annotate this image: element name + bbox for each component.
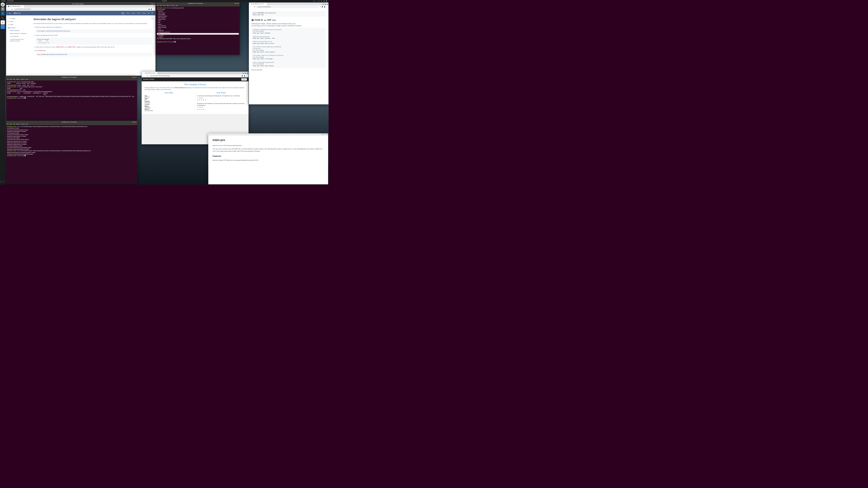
sidebar-item-concepts[interactable]: 📄 Concepts bbox=[7, 17, 29, 20]
close-icon[interactable]: × bbox=[266, 3, 266, 5]
star-icon[interactable]: ☆ bbox=[324, 133, 325, 135]
address-bar[interactable]: 🔒 github.com/alexellis/k3sup bbox=[256, 6, 319, 8]
tray-icon[interactable]: 📺 bbox=[313, 0, 315, 2]
network-icon[interactable]: ⚫ bbox=[318, 0, 320, 2]
code-block[interactable]: $ kubectl get gateway NAME AGE bookinfo-… bbox=[35, 37, 152, 45]
close-button[interactable] bbox=[135, 122, 136, 123]
openfaas-link[interactable]: openfaas bbox=[260, 25, 265, 26]
max-button[interactable] bbox=[324, 4, 326, 5]
volume-icon[interactable]: 🔊 bbox=[323, 0, 325, 2]
profile-icon[interactable]: 👤 bbox=[324, 6, 326, 8]
reload-icon[interactable]: ⟳ bbox=[11, 8, 13, 10]
new-tab-button[interactable]: + bbox=[157, 72, 160, 74]
min-button[interactable] bbox=[150, 3, 151, 4]
code-block[interactable]: export KUBECONFIG=`pwd`/kubeconfig kubec… bbox=[251, 11, 326, 17]
signin-button[interactable]: Sign in bbox=[241, 78, 247, 80]
address-bar[interactable]: 🔒 istio.io/docs/examples/bookinfo/ bbox=[13, 8, 148, 10]
profile-icon[interactable]: 👤 bbox=[151, 8, 152, 10]
back-icon[interactable]: ← bbox=[7, 8, 8, 10]
readme-body[interactable]: export KUBECONFIG=`pwd`/kubeconfig kubec… bbox=[249, 8, 329, 104]
back-icon[interactable]: ← bbox=[143, 75, 144, 76]
new-tab-button[interactable]: + bbox=[24, 6, 27, 8]
code-block[interactable]: $ kubectl apply -f samples/bookinfo/netw… bbox=[35, 29, 152, 33]
window-titlebar[interactable]: alex@alex-nuc8: ~/Downloads bbox=[6, 121, 137, 123]
search-icon[interactable]: 🔍 bbox=[321, 133, 323, 135]
close-icon[interactable]: × bbox=[156, 72, 157, 74]
scroll-top-button[interactable]: ⬆ bbox=[151, 17, 154, 20]
forward-icon[interactable]: → bbox=[252, 6, 253, 8]
back-icon[interactable]: ← bbox=[250, 6, 251, 8]
close-button[interactable] bbox=[154, 3, 155, 4]
clock[interactable]: Tue 15:23 bbox=[162, 0, 167, 2]
these-instructions-link[interactable]: these instructions bbox=[39, 46, 50, 47]
files-icon[interactable]: 🗄 bbox=[1, 7, 5, 11]
terminal-menubar[interactable]: FileEditViewSearchTerminalHelp bbox=[156, 4, 240, 6]
chrome-icon[interactable] bbox=[1, 2, 5, 6]
terminal-output[interactable]: alex@alex-nuc8:~/Downloads$ kubectl appl… bbox=[6, 125, 137, 157]
max-button[interactable] bbox=[152, 3, 153, 4]
browser-tab[interactable]: 🐙 alexellis/k3sup: from Zer… × bbox=[250, 3, 267, 5]
close-button[interactable] bbox=[247, 73, 248, 74]
min-button[interactable] bbox=[322, 4, 324, 5]
nav-blog[interactable]: Blog bbox=[127, 12, 129, 14]
forward-icon[interactable]: → bbox=[145, 75, 146, 76]
extension-icon[interactable]: ⬢ bbox=[149, 8, 150, 10]
profile-icon[interactable]: 👤 bbox=[244, 75, 246, 76]
address-bar[interactable]: ⓘ Not secure | 167.172.61.187/productpag… bbox=[149, 75, 241, 77]
window-titlebar[interactable]: alex@alex-nuc8: ~/Downloads bbox=[6, 76, 137, 78]
istio-brand[interactable]: Istio 1.4 bbox=[14, 12, 20, 14]
min-button[interactable] bbox=[235, 3, 236, 4]
istio-logo-icon[interactable] bbox=[8, 11, 11, 15]
menu-icon[interactable]: ≡ bbox=[327, 134, 327, 135]
nav-about[interactable]: About bbox=[143, 12, 146, 14]
vscode-icon[interactable]: ≡ bbox=[1, 11, 5, 15]
terminal-icon[interactable]: >_ bbox=[1, 16, 5, 20]
sidebar-item-tasks[interactable]: 📋 Tasks bbox=[7, 23, 29, 26]
reload-icon[interactable]: ⟳ bbox=[147, 75, 148, 76]
sidebar-sub-bookinfo-mc[interactable]: Bookinfo Application - Multicluster bbox=[7, 32, 29, 35]
menu-icon[interactable]: ⋮ bbox=[326, 6, 328, 8]
extension-icon[interactable]: ⬢ bbox=[242, 75, 243, 76]
network-icon[interactable]: ⇅ bbox=[321, 0, 322, 2]
slack-icon[interactable] bbox=[1, 20, 5, 24]
power-icon[interactable]: ⏻ ▾ bbox=[326, 0, 327, 2]
sidebar-sub-bookinfo[interactable]: Bookinfo Application bbox=[7, 29, 29, 32]
code-block[interactable]: # OpenFaaS - microservices and functions… bbox=[251, 28, 326, 68]
forward-icon[interactable]: → bbox=[9, 8, 11, 10]
menu-icon[interactable]: ⋮ bbox=[246, 75, 248, 76]
extension-icon[interactable]: ⬢ bbox=[322, 6, 323, 8]
code-block[interactable]: $ export GATEWAY_URL=$INGRESS_HOST:$INGR… bbox=[35, 53, 152, 57]
istio-gateway-link[interactable]: Istio Gateway bbox=[125, 23, 133, 24]
min-button[interactable] bbox=[243, 73, 244, 74]
terminal-output[interactable]: alex@alex-nuc8:~/Downloads$ k3sup app in… bbox=[156, 6, 240, 43]
close-button[interactable] bbox=[238, 3, 239, 4]
max-button[interactable] bbox=[133, 122, 135, 123]
browser-tab[interactable]: 📄 Simple Bookstore App × bbox=[143, 72, 158, 74]
window-titlebar[interactable]: Istio / Bookinfo Applicati… bbox=[6, 2, 155, 5]
window-titlebar[interactable]: alex@alex-nuc8: ~/Downloads bbox=[156, 2, 240, 5]
max-button[interactable] bbox=[133, 77, 135, 78]
menu-icon[interactable]: ⋮ bbox=[153, 8, 155, 10]
terminal-menubar[interactable]: FileEditViewSearchTerminalHelp bbox=[6, 123, 137, 125]
app-menu[interactable]: 🖳 Terminal ▾ bbox=[7, 0, 14, 2]
reload-icon[interactable]: ⟳ bbox=[254, 6, 255, 8]
terminal-output[interactable]: alex@alex-nuc8:~/Downloads$ kubectl get … bbox=[6, 80, 137, 100]
star-icon[interactable]: ☆ bbox=[320, 6, 321, 8]
wikipedia-link[interactable]: Wikipedia Summary bbox=[150, 87, 159, 88]
activities-button[interactable]: Activities bbox=[1, 0, 5, 2]
search-icon[interactable]: 🔍 bbox=[152, 12, 153, 14]
sidebar-sub-learn[interactable]: › Learn Microservices using Kubernetes a… bbox=[7, 38, 29, 42]
inlets-oss-link[interactable]: Inlets OSS bbox=[213, 151, 219, 152]
min-button[interactable] bbox=[132, 122, 133, 123]
close-icon[interactable]: × bbox=[23, 6, 23, 7]
close-button[interactable] bbox=[135, 77, 136, 78]
max-button[interactable] bbox=[245, 73, 246, 74]
show-apps-icon[interactable]: ⋮⋮⋮ bbox=[1, 180, 5, 184]
theme-icon[interactable]: ◐ bbox=[148, 12, 149, 14]
new-tab-button[interactable]: + bbox=[267, 4, 270, 5]
nav-faq[interactable]: FAQ bbox=[137, 12, 140, 14]
nav-news[interactable]: News bbox=[132, 12, 135, 14]
max-button[interactable] bbox=[236, 3, 237, 4]
sidebar-sub-vm[interactable]: › Virtual Machines bbox=[7, 35, 29, 38]
inlets-body[interactable]: inlets-pro Inlets Pro is an L4 TCP Tunne… bbox=[209, 135, 328, 165]
